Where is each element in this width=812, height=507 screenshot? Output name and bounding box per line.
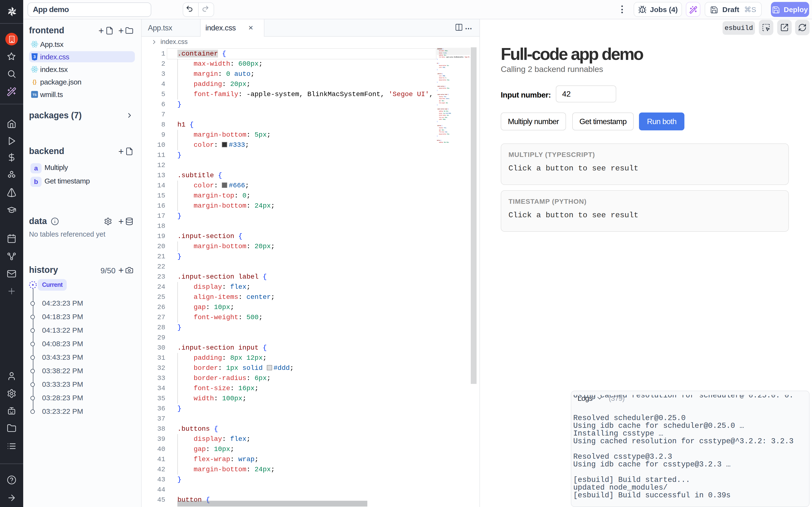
svg-text:{}: {} [33, 79, 37, 85]
svg-text:3: 3 [33, 55, 36, 59]
svg-text:TS: TS [33, 93, 37, 97]
